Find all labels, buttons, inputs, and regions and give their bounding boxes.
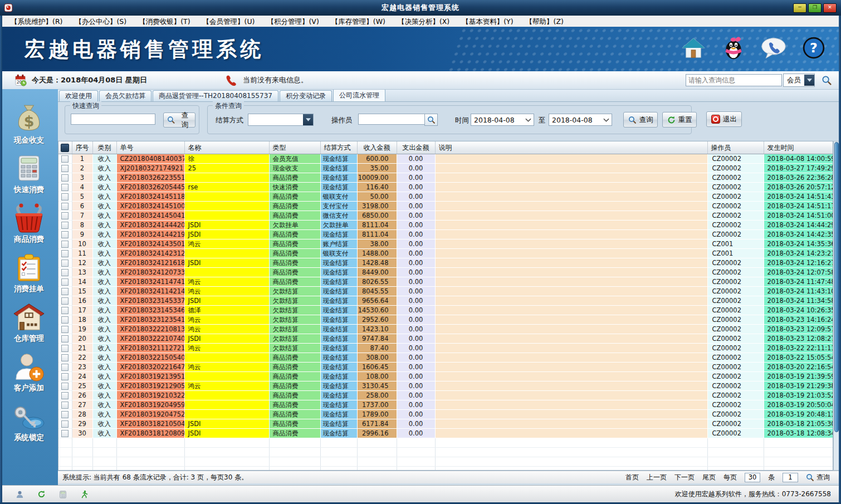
cell[interactable]: 9 [72, 230, 92, 239]
cell[interactable]: XF20180324145100 [116, 202, 184, 211]
operator-search-button[interactable] [424, 114, 438, 126]
sidebar-item-quick-sale[interactable]: 快速消费 [0, 145, 58, 195]
cell[interactable]: 2018-03-24 11:43:10 [764, 287, 833, 296]
menu-item[interactable]: 【帮助】(Z) [520, 16, 570, 27]
quick-query-button[interactable]: 查询 [163, 112, 195, 128]
row-checkbox[interactable] [61, 231, 69, 238]
cell[interactable]: 13 [72, 268, 92, 277]
cell[interactable]: 商品消费 [269, 239, 320, 249]
cell[interactable]: 11 [72, 249, 92, 258]
cell[interactable]: 0.00 [397, 306, 435, 315]
cell[interactable] [435, 363, 707, 372]
cell[interactable]: 1789.00 [357, 410, 397, 419]
cell[interactable]: 0.00 [397, 202, 435, 211]
cell[interactable] [435, 154, 707, 164]
menu-item[interactable]: 【基本资料】(Y) [456, 16, 519, 27]
row-checkbox[interactable] [61, 203, 69, 210]
cell[interactable]: 0.00 [397, 268, 435, 277]
cell[interactable]: CZ00002 [707, 353, 764, 363]
cell[interactable]: XF20180324142312 [116, 249, 184, 258]
cell[interactable]: 2018-03-24 14:42:35 [764, 230, 833, 239]
cell[interactable]: 商品消费 [269, 372, 320, 381]
prev-page-link[interactable]: 上一页 [647, 473, 667, 482]
cell[interactable]: 账户结算 [320, 239, 357, 249]
cell[interactable]: 4 [72, 183, 92, 192]
cell[interactable]: CZ00002 [707, 315, 764, 325]
reset-button[interactable]: 重置 [662, 112, 697, 128]
cell[interactable]: 0.00 [397, 334, 435, 344]
cell[interactable]: XF20180319204752 [116, 410, 184, 419]
table-row[interactable]: 17收入XF20180323145346德泽欠款结算现金结算14530.600.… [58, 306, 833, 315]
cell[interactable]: CZ00002 [707, 296, 764, 306]
column-header[interactable]: 结算方式 [320, 141, 357, 154]
tab-4[interactable]: 公司流水管理 [333, 89, 385, 101]
cell[interactable]: 商品消费 [269, 429, 320, 438]
cell[interactable]: 现金结算 [320, 429, 357, 438]
cell[interactable]: 收入 [92, 363, 116, 372]
calculator-icon[interactable] [59, 491, 67, 498]
cell[interactable]: 现金结算 [320, 230, 357, 239]
row-checkbox[interactable] [61, 212, 69, 219]
sidebar-item-cash[interactable]: $ 现金收支 [0, 96, 58, 145]
row-checkbox[interactable] [61, 326, 69, 333]
cell[interactable]: 收入 [92, 296, 116, 306]
cell[interactable]: 0.00 [397, 277, 435, 287]
column-header[interactable]: 支出金额 [397, 141, 435, 154]
cell[interactable]: 现金结算 [320, 353, 357, 363]
row-checkbox[interactable] [61, 307, 69, 314]
row-checkbox[interactable] [61, 174, 69, 182]
cell[interactable]: CZ00002 [707, 325, 764, 334]
minimize-button[interactable]: ─ [793, 3, 806, 13]
cell[interactable]: 商品消费 [269, 258, 320, 268]
cell[interactable]: 收入 [92, 287, 116, 296]
user-icon[interactable] [16, 490, 24, 498]
cell[interactable]: CZ00002 [707, 372, 764, 381]
table-row[interactable]: 28收入XF20180319204752商品消费现金结算1789.000.00C… [58, 410, 833, 419]
column-header[interactable]: 序号 [72, 141, 92, 154]
row-checkbox[interactable] [61, 222, 69, 229]
cell[interactable]: 6 [72, 202, 92, 211]
cell[interactable] [435, 391, 707, 400]
row-checkbox[interactable] [61, 260, 69, 267]
menu-item[interactable]: 【消费收银】(T) [133, 16, 196, 27]
cell[interactable] [435, 202, 707, 211]
cell[interactable]: 0.00 [397, 287, 435, 296]
cell[interactable]: 2018-03-24 11:34:58 [764, 296, 833, 306]
cell[interactable]: 3130.45 [357, 381, 397, 391]
cell[interactable]: 欠款挂单 [269, 221, 320, 230]
cell[interactable]: 商品消费 [269, 277, 320, 287]
row-checkbox[interactable] [61, 364, 69, 371]
cell[interactable]: CZ00002 [707, 192, 764, 202]
cell[interactable]: 24 [72, 372, 92, 381]
cell[interactable]: 鸿云 [184, 239, 269, 249]
cell[interactable]: CZ00002 [707, 334, 764, 344]
column-header[interactable]: 类别 [92, 141, 116, 154]
cell[interactable]: 0.00 [397, 391, 435, 400]
cell[interactable]: XF20180319204959 [116, 400, 184, 410]
table-row[interactable]: 25收入XF20180319212905鸿云商品消费现金结算3130.450.0… [58, 381, 833, 391]
cell[interactable] [435, 277, 707, 287]
cell[interactable] [435, 400, 707, 410]
cell[interactable]: 商品消费 [269, 173, 320, 183]
cell[interactable]: 0.00 [397, 372, 435, 381]
cell[interactable] [435, 183, 707, 192]
cell[interactable]: 商品消费 [269, 202, 320, 211]
table-row[interactable]: 15收入XF20180324114214鸿云欠款结算现金结算8045.550.0… [58, 287, 833, 296]
table-row[interactable]: 5收入XF20180324145118商品消费银联支付50.000.00CZ00… [58, 192, 833, 202]
cell[interactable]: 商品消费 [269, 381, 320, 391]
row-checkbox[interactable] [61, 288, 69, 295]
cell[interactable]: 支付宝付 [320, 202, 357, 211]
cell[interactable]: 现金结算 [320, 363, 357, 372]
table-row[interactable]: 18收入XF20180323123541鸿云欠款结算现金结算2952.600.0… [58, 315, 833, 325]
cell[interactable]: 14530.60 [357, 306, 397, 315]
menu-item[interactable]: 【决策分析】(X) [392, 16, 456, 27]
row-checkbox[interactable] [61, 278, 69, 286]
refresh-icon[interactable] [37, 490, 46, 498]
cell[interactable]: 0.00 [397, 173, 435, 183]
row-checkbox[interactable] [61, 165, 69, 172]
cell[interactable]: 收入 [92, 202, 116, 211]
cell[interactable]: 14 [72, 277, 92, 287]
cell[interactable]: XF20180324143501 [116, 239, 184, 249]
chevron-down-icon[interactable] [303, 114, 313, 125]
cell[interactable]: 0.00 [397, 381, 435, 391]
